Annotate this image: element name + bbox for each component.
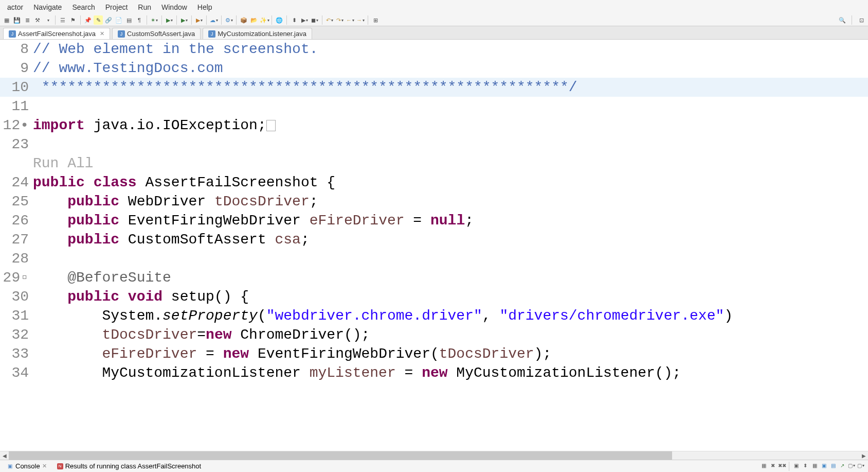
tab-mycustomizationlistener[interactable]: J MyCustomizationListener.java [203, 28, 312, 39]
new-icon[interactable]: ▦ [2, 15, 11, 25]
java-file-icon: J [118, 30, 125, 38]
save-icon[interactable]: 💾 [12, 15, 22, 25]
back-icon[interactable]: ↶ [325, 15, 334, 25]
code-line[interactable]: 27 public CustomSoftAssert csa; [0, 230, 868, 249]
console-tab[interactable]: ▣ Console ✕ [3, 461, 50, 471]
tab-customsoftassert[interactable]: J CustomSoftAssert.java [112, 28, 201, 39]
build-dropdown[interactable] [43, 15, 52, 25]
fwd-icon[interactable]: ↷ [335, 15, 345, 25]
icon11[interactable]: ▢ [857, 462, 865, 470]
code-line[interactable]: 25 public WebDriver tDocsDriver; [0, 192, 868, 211]
icon8[interactable]: ▤ [829, 462, 837, 470]
search-icon[interactable]: 🔍 [838, 15, 847, 25]
code-line[interactable]: 8// Web element in the screenshot. [0, 40, 868, 59]
results-tab[interactable]: N Results of running class AssertFailScr… [54, 461, 204, 471]
line-number: 24 [0, 173, 33, 192]
code-line[interactable]: 24public class AssertFailScreenshot { [0, 173, 868, 192]
icon4[interactable]: ▣ [792, 462, 800, 470]
gear-icon[interactable]: ⚙ [224, 15, 233, 25]
menu-item[interactable]: Search [67, 1, 100, 13]
code-content [33, 249, 868, 268]
icon10[interactable]: ▢ [847, 462, 856, 470]
line-number: 26 [0, 211, 33, 230]
scroll-right-icon[interactable]: ▶ [859, 453, 868, 459]
stop-icon[interactable]: ◼ [310, 15, 319, 25]
editor-area[interactable]: 8// Web element in the screenshot.9// ww… [0, 40, 868, 460]
run-icon[interactable]: ▶ [165, 15, 174, 25]
save-all-icon[interactable]: ≣ [23, 15, 32, 25]
wand-icon[interactable]: ✨ [260, 15, 269, 25]
line-number: 27 [0, 230, 33, 249]
nav-fwd-icon[interactable]: → [356, 15, 365, 25]
menu-bar: actor Navigate Search Project Run Window… [0, 0, 868, 14]
coverage-icon[interactable]: ▶ [179, 15, 189, 25]
highlight-icon[interactable]: ✎ [94, 15, 103, 25]
line-number: 32 [0, 325, 33, 344]
pkg-new-icon[interactable]: 📦 [239, 15, 248, 25]
line-number: 34 [0, 363, 33, 382]
code-line[interactable]: 12•import java.io.IOException; [0, 116, 868, 135]
menu-item[interactable]: actor [2, 1, 28, 13]
menu-item[interactable]: Project [100, 1, 133, 13]
menu-item[interactable]: Window [156, 1, 192, 13]
annot-icon[interactable]: ⚑ [68, 15, 78, 25]
remove-icon[interactable]: ✖ [769, 462, 777, 470]
icon7[interactable]: ▣ [820, 462, 828, 470]
icon9[interactable]: ↗ [838, 462, 846, 470]
code-line[interactable]: Run All [0, 154, 868, 173]
code-line[interactable]: 26 public EventFiringWebDriver eFireDriv… [0, 211, 868, 230]
toolbar: ▦ 💾 ≣ ⚒ ☰ ⚑ 📌 ✎ 🔗 📄 ▤ ¶ ✶ ▶ ▶ ▶ ☁ ⚙ 📦 📂 … [0, 14, 868, 26]
play-icon[interactable]: ▶ [300, 15, 309, 25]
code-content: ****************************************… [33, 78, 868, 97]
icon5[interactable]: ⬍ [801, 462, 809, 470]
code-line[interactable]: 23 [0, 135, 868, 154]
build-icon[interactable]: ⚒ [33, 15, 42, 25]
code-line[interactable]: 32 tDocsDriver=new ChromeDriver(); [0, 325, 868, 344]
code-line[interactable]: 29▫ @BeforeSuite [0, 268, 868, 287]
link-icon[interactable]: 🔗 [104, 15, 113, 25]
code-line[interactable]: 34 MyCustomizationListener myListener = … [0, 363, 868, 382]
open-persp-icon[interactable]: ⊡ [857, 15, 866, 25]
nav-back-icon[interactable]: ← [346, 15, 355, 25]
scroll-left-icon[interactable]: ◀ [0, 453, 9, 459]
pkg-open-icon[interactable]: 📂 [249, 15, 259, 25]
console-icon: ▣ [6, 463, 13, 470]
menu-item[interactable]: Run [133, 1, 156, 13]
line-number: 10 [0, 78, 33, 97]
menu-item[interactable]: Navigate [28, 1, 67, 13]
code-editor[interactable]: 8// Web element in the screenshot.9// ww… [0, 40, 868, 451]
code-line[interactable]: 9// www.TestingDocs.com [0, 59, 868, 78]
para-icon[interactable]: ¶ [135, 15, 144, 25]
code-content: // Web element in the screenshot. [33, 40, 868, 59]
cloud-icon[interactable]: ☁ [209, 15, 219, 25]
code-content: public class AssertFailScreenshot { [33, 173, 868, 192]
code-line[interactable]: 11 [0, 97, 868, 116]
type-hier-icon[interactable]: ⬍ [290, 15, 299, 25]
java-file-icon: J [208, 30, 215, 38]
icon6[interactable]: ▦ [810, 462, 819, 470]
code-content: @BeforeSuite [33, 268, 868, 287]
icon1[interactable]: ▦ [760, 462, 768, 470]
toggle-icon[interactable]: ☰ [58, 15, 67, 25]
line-number [0, 154, 33, 173]
code-line[interactable]: 30 public void setup() { [0, 287, 868, 306]
close-icon[interactable]: ✕ [42, 463, 47, 469]
tab-label: AssertFailScreenshot.java [18, 30, 96, 38]
horizontal-scrollbar[interactable]: ◀ ▶ [0, 451, 868, 460]
doc-icon[interactable]: 📄 [114, 15, 123, 25]
list-icon[interactable]: ▤ [124, 15, 134, 25]
pin-icon[interactable]: 📌 [83, 15, 93, 25]
bug-icon[interactable]: ✶ [150, 15, 159, 25]
code-line[interactable]: 10 *************************************… [0, 78, 868, 97]
menu-item[interactable]: Help [192, 1, 218, 13]
tab-assertfailscreenshot[interactable]: J AssertFailScreenshot.java ✕ [3, 28, 110, 39]
code-line[interactable]: 28 [0, 249, 868, 268]
ext-run-icon[interactable]: ▶ [194, 15, 204, 25]
remove-all-icon[interactable]: ✖✖ [778, 462, 786, 470]
globe-icon[interactable]: 🌐 [275, 15, 284, 25]
scroll-thumb[interactable] [9, 451, 672, 460]
close-icon[interactable]: ✕ [100, 30, 104, 37]
code-line[interactable]: 31 System.setProperty("webdriver.chrome.… [0, 306, 868, 325]
perspective-icon[interactable]: ⊞ [371, 15, 380, 25]
code-line[interactable]: 33 eFireDriver = new EventFiringWebDrive… [0, 344, 868, 363]
